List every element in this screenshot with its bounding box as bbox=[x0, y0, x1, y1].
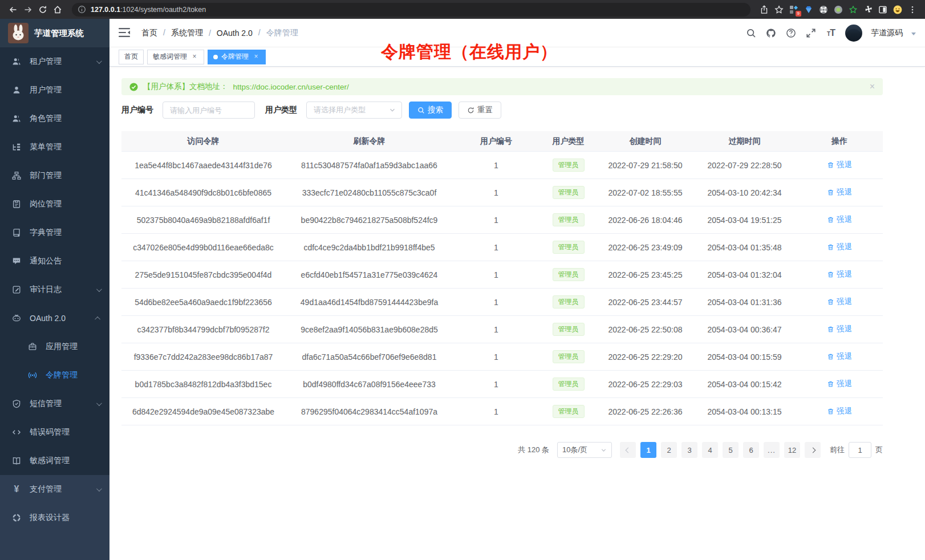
sidebar-item-label: 字典管理 bbox=[30, 228, 62, 238]
sidebar-item[interactable]: 租户管理 bbox=[0, 47, 109, 76]
page-button[interactable]: 12 bbox=[784, 442, 800, 458]
access-token-cell: b0d1785bc3a8482f812db4a3f3bd15ec bbox=[121, 380, 285, 389]
force-logout-button[interactable]: 强退 bbox=[827, 187, 852, 197]
tab-close-icon[interactable]: × bbox=[252, 53, 260, 61]
home-icon[interactable] bbox=[50, 2, 65, 17]
sidebar-item-label: 短信管理 bbox=[30, 399, 62, 409]
force-logout-button[interactable]: 强退 bbox=[827, 160, 852, 170]
user-id-input[interactable] bbox=[163, 102, 255, 119]
user-avatar[interactable] bbox=[845, 25, 862, 42]
share-icon[interactable] bbox=[757, 2, 771, 17]
github-icon[interactable] bbox=[765, 27, 777, 39]
sidebar-item[interactable]: 字典管理 bbox=[0, 218, 109, 247]
puzzle-icon[interactable] bbox=[861, 2, 875, 17]
page-button[interactable]: 6 bbox=[743, 442, 759, 458]
search-button[interactable]: 搜索 bbox=[409, 102, 452, 119]
forward-icon[interactable] bbox=[21, 2, 35, 17]
breadcrumb-item[interactable]: 系统管理 bbox=[157, 28, 203, 38]
user-type-select[interactable]: 请选择用户类型 bbox=[306, 102, 402, 119]
token-table: 访问令牌刷新令牌用户编号用户类型创建时间过期时间操作 1ea5e44f8bc14… bbox=[121, 131, 883, 425]
reload-icon[interactable] bbox=[35, 2, 50, 17]
tab[interactable]: 敏感词管理 × bbox=[147, 50, 204, 64]
sidebar-item[interactable]: 角色管理 bbox=[0, 104, 109, 133]
sidebar-item[interactable]: 岗位管理 bbox=[0, 190, 109, 218]
fullscreen-icon[interactable] bbox=[805, 27, 817, 39]
sidebar-item-label: 应用管理 bbox=[46, 342, 78, 352]
sidebar-item[interactable]: 审计日志 bbox=[0, 275, 109, 304]
table-row: 1ea5e44f8bc1467aaede43144f31de76 811c530… bbox=[121, 152, 883, 179]
menu-dots-icon[interactable] bbox=[906, 2, 919, 17]
force-logout-button[interactable]: 强退 bbox=[827, 324, 852, 334]
reset-button[interactable]: 重置 bbox=[459, 102, 501, 119]
sidebar-item[interactable]: 报表设计器 bbox=[0, 504, 109, 532]
user-name[interactable]: 芋道源码 bbox=[871, 28, 903, 38]
user-type-badge: 管理员 bbox=[553, 241, 585, 253]
force-logout-button[interactable]: 强退 bbox=[827, 351, 852, 362]
force-logout-button[interactable]: 强退 bbox=[827, 379, 852, 389]
page-button[interactable]: ... bbox=[764, 442, 780, 458]
force-logout-button[interactable]: 强退 bbox=[827, 297, 852, 307]
sidebar-item[interactable]: 通知公告 bbox=[0, 247, 109, 275]
extensions-icon[interactable]: 9 bbox=[787, 2, 801, 17]
sidebar-item-label: 错误码管理 bbox=[30, 427, 70, 437]
gem-icon[interactable] bbox=[802, 2, 816, 17]
menu-fold-icon[interactable] bbox=[119, 27, 131, 39]
sidebar-item-label: 令牌管理 bbox=[46, 370, 78, 380]
site-info-icon[interactable] bbox=[78, 5, 86, 14]
sidebar-item[interactable]: 应用管理 bbox=[0, 332, 109, 361]
alert-link[interactable]: https://doc.iocoder.cn/user-center/ bbox=[233, 83, 349, 91]
bookmark-star-icon[interactable] bbox=[772, 2, 786, 17]
caret-down-icon[interactable] bbox=[911, 33, 916, 35]
sidebar-item[interactable]: 令牌管理 bbox=[0, 361, 109, 389]
alert-close-icon[interactable]: × bbox=[870, 82, 875, 91]
font-size-icon[interactable]: TT bbox=[825, 27, 837, 39]
sidebar-item[interactable]: 用户管理 bbox=[0, 76, 109, 104]
expire-time-cell: 2054-03-04 01:31:36 bbox=[693, 298, 796, 307]
created-time-cell: 2022-06-26 18:04:46 bbox=[598, 216, 693, 225]
url-bar[interactable]: 127.0.0.1:1024/system/oauth2/token bbox=[72, 3, 750, 17]
page-button[interactable]: 3 bbox=[681, 442, 697, 458]
reader-mode-icon[interactable] bbox=[876, 2, 890, 17]
dept-icon bbox=[11, 171, 22, 181]
user-id-cell: 1 bbox=[453, 380, 539, 389]
breadcrumb-item[interactable]: 令牌管理 bbox=[253, 28, 298, 38]
tab[interactable]: 令牌管理 × bbox=[208, 50, 266, 64]
sidebar-item[interactable]: 短信管理 bbox=[0, 389, 109, 418]
prev-page-button[interactable] bbox=[620, 442, 636, 458]
next-page-button[interactable] bbox=[805, 442, 821, 458]
sidebar-item[interactable]: 部门管理 bbox=[0, 161, 109, 190]
token-icon bbox=[27, 370, 38, 380]
page-button[interactable]: 4 bbox=[702, 442, 718, 458]
page-content: 【用户体系】文档地址： https://doc.iocoder.cn/user-… bbox=[109, 67, 925, 560]
force-logout-button[interactable]: 强退 bbox=[827, 214, 852, 225]
breadcrumb-item[interactable]: OAuth 2.0 bbox=[203, 29, 253, 38]
vue-devtools-icon[interactable] bbox=[846, 2, 860, 17]
sidebar-item[interactable]: 错误码管理 bbox=[0, 418, 109, 447]
page-size-select[interactable]: 10条/页 bbox=[557, 442, 612, 458]
notice-icon bbox=[11, 256, 22, 266]
page-button[interactable]: 2 bbox=[661, 442, 677, 458]
command-icon[interactable] bbox=[817, 2, 830, 17]
created-time-cell: 2022-06-25 23:44:57 bbox=[598, 298, 693, 307]
record-icon[interactable] bbox=[831, 2, 845, 17]
help-icon[interactable] bbox=[785, 27, 797, 39]
back-icon[interactable] bbox=[6, 2, 21, 17]
force-logout-button[interactable]: 强退 bbox=[827, 269, 852, 279]
pagination: 共 120 条 10条/页 123456...12 前往 页 bbox=[121, 442, 883, 458]
search-icon[interactable] bbox=[745, 27, 757, 39]
goto-page-input[interactable] bbox=[849, 442, 871, 458]
sidebar-item[interactable]: 菜单管理 bbox=[0, 133, 109, 161]
tab[interactable]: 首页 bbox=[119, 50, 144, 64]
breadcrumb-item[interactable]: 首页 bbox=[141, 28, 157, 38]
goto-page: 前往 页 bbox=[830, 442, 883, 458]
sidebar-item[interactable]: OAuth 2.0 bbox=[0, 304, 109, 332]
force-logout-button[interactable]: 强退 bbox=[827, 406, 852, 416]
profile-avatar-icon[interactable] bbox=[891, 2, 904, 17]
tab-close-icon[interactable]: × bbox=[190, 53, 198, 61]
sidebar-item[interactable]: 敏感词管理 bbox=[0, 447, 109, 475]
force-logout-button[interactable]: 强退 bbox=[827, 242, 852, 252]
sidebar-item[interactable]: ¥ 支付管理 bbox=[0, 475, 109, 504]
page-button[interactable]: 1 bbox=[640, 442, 656, 458]
page-button[interactable]: 5 bbox=[723, 442, 739, 458]
refresh-token-cell: dfa6c71a50a54c66bef706ef9e6e8d81 bbox=[285, 352, 453, 362]
